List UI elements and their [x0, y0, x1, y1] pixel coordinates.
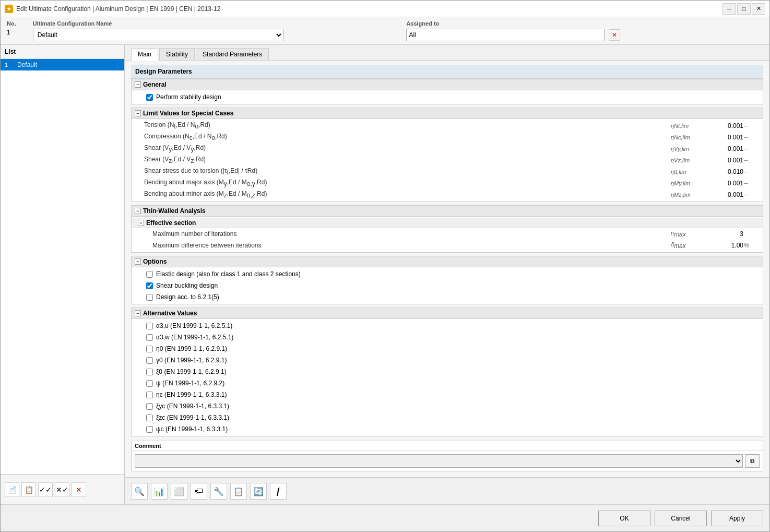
alt-a3w-label: α3,w (EN 1999-1-1, 6.2.5.1): [156, 334, 233, 341]
config-name-select[interactable]: Default: [33, 29, 283, 41]
param-value-input[interactable]: [713, 133, 744, 141]
sidebar-footer: 📄 📋 ✓✓ ✕✓ ✕: [1, 474, 124, 504]
collapse-alt-btn[interactable]: −: [135, 310, 141, 316]
section-thin-walled-label: Thin-Walled Analysis: [143, 207, 206, 215]
param-value-input[interactable]: [713, 241, 744, 250]
toolbar-data-btn[interactable]: 📊: [151, 483, 168, 500]
elastic-design-checkbox[interactable]: [146, 271, 153, 278]
comment-section: Comment ⧉: [131, 441, 763, 471]
no-label: No.: [7, 20, 16, 27]
copy-btn[interactable]: 📋: [21, 482, 36, 497]
cancel-button[interactable]: Cancel: [655, 511, 707, 526]
toolbar-search-btn[interactable]: 🔍: [131, 483, 148, 500]
comment-dropdown[interactable]: [135, 454, 743, 468]
list-item: α3,w (EN 1999-1-1, 6.2.5.1): [132, 332, 763, 343]
param-label: Bending about major axis (My,Ed / Mo,y,R…: [144, 179, 671, 187]
sidebar-header: List: [1, 45, 124, 59]
param-label: Shear stress due to torsion (|τt,Ed| / τ…: [144, 167, 671, 176]
comment-label: Comment: [132, 441, 763, 451]
main-content: List 1 Default 📄 📋 ✓✓ ✕✓ ✕ Main Stabilit…: [1, 45, 769, 504]
tab-main[interactable]: Main: [131, 48, 158, 61]
collapse-thin-btn[interactable]: −: [135, 208, 141, 214]
design-acc-checkbox[interactable]: [146, 294, 153, 301]
maximize-button[interactable]: □: [737, 3, 751, 15]
section-limit-values: − Limit Values for Special Cases Tension…: [131, 108, 763, 202]
alt-gamma0-checkbox[interactable]: [146, 357, 153, 364]
param-value-input[interactable]: [713, 168, 744, 176]
alt-psic-checkbox[interactable]: [146, 426, 153, 433]
check-btn[interactable]: ✓✓: [38, 482, 53, 497]
toolbar-export-btn[interactable]: 📋: [230, 483, 247, 500]
section-alt-values-title: − Alternative Values: [132, 308, 763, 319]
param-value-input[interactable]: [713, 179, 744, 187]
config-name-row: Default: [33, 29, 390, 41]
param-symbol: ηVz,lim: [671, 157, 713, 163]
param-label: Shear (Vy,Ed / Vy,Rd): [144, 144, 671, 153]
param-symbol: ηMz,lim: [671, 192, 713, 198]
alt-eta0-checkbox[interactable]: [146, 346, 153, 352]
uncheck-btn[interactable]: ✕✓: [55, 482, 69, 497]
new-btn[interactable]: 📄: [5, 482, 19, 497]
tabs-bar: Main Stability Standard Parameters: [125, 45, 769, 61]
section-alternative-values: − Alternative Values α3,u (EN 1999-1-1, …: [131, 308, 763, 436]
perform-stability-label: Perform stability design: [156, 93, 221, 101]
option-shear-row: Shear buckling design: [132, 280, 763, 291]
collapse-limit-btn[interactable]: −: [135, 110, 141, 116]
toolbar-history-btn[interactable]: 🔄: [250, 483, 267, 500]
dialog-footer: OK Cancel Apply: [1, 504, 769, 531]
section-general-content: Perform stability design: [132, 90, 763, 104]
alt-xi0-checkbox[interactable]: [146, 369, 153, 375]
alt-a3w-checkbox[interactable]: [146, 334, 153, 341]
window-title: Edit Ultimate Configuration | Aluminum D…: [16, 5, 220, 13]
param-unit: --: [744, 157, 760, 164]
param-unit: --: [744, 180, 760, 187]
tab-standard-parameters[interactable]: Standard Parameters: [196, 48, 269, 60]
assigned-input[interactable]: [406, 29, 605, 41]
config-name-group: Ultimate Configuration Name Default: [33, 20, 390, 41]
assigned-clear-btn[interactable]: ✕: [609, 29, 620, 41]
param-value-input[interactable]: [713, 122, 744, 130]
close-button[interactable]: ✕: [752, 3, 765, 15]
param-value-input[interactable]: [713, 191, 744, 199]
collapse-effective-btn[interactable]: −: [138, 220, 144, 226]
alt-etac-label: ηc (EN 1999-1-1, 6.3.3.1): [156, 391, 227, 398]
collapse-general-btn[interactable]: −: [135, 81, 141, 88]
ok-button[interactable]: OK: [598, 511, 650, 526]
param-symbol: ηtt,lim: [671, 169, 713, 175]
section-thin-walled: − Thin-Walled Analysis − Effective secti…: [131, 205, 763, 253]
shear-buckling-label: Shear buckling design: [156, 282, 218, 289]
alt-xiyc-checkbox[interactable]: [146, 403, 153, 410]
toolbar-view-btn[interactable]: ⬜: [171, 483, 187, 500]
toolbar-tag-btn[interactable]: 🏷: [191, 483, 207, 500]
param-value-input[interactable]: [713, 156, 744, 164]
list-item: ψ (EN 1999-1-1, 6.2.9.2): [132, 377, 763, 389]
minimize-button[interactable]: ─: [722, 3, 736, 15]
list-item: ψc (EN 1999-1-1, 6.3.3.1): [132, 423, 763, 435]
sidebar-item-num: 1: [5, 62, 15, 68]
param-value-input[interactable]: [713, 145, 744, 153]
collapse-options-btn[interactable]: −: [135, 258, 141, 265]
table-row: Tension (Nt,Ed / No,Rd) ηNt,lim --: [132, 120, 763, 132]
param-value-input[interactable]: [713, 230, 744, 238]
toolbar-formula-btn[interactable]: f: [270, 483, 287, 500]
param-symbol: ηNc,lim: [671, 134, 713, 140]
sidebar-item-default[interactable]: 1 Default: [1, 59, 124, 70]
sidebar: List 1 Default 📄 📋 ✓✓ ✕✓ ✕: [1, 45, 125, 504]
delete-btn[interactable]: ✕: [72, 482, 86, 497]
toolbar-settings-btn[interactable]: 🔧: [210, 483, 227, 500]
table-row: Shear stress due to torsion (|τt,Ed| / τ…: [132, 166, 763, 178]
section-limit-values-title: − Limit Values for Special Cases: [132, 108, 763, 119]
alt-psi-checkbox[interactable]: [146, 380, 153, 387]
tab-stability[interactable]: Stability: [159, 48, 195, 60]
alt-xizc-checkbox[interactable]: [146, 415, 153, 421]
comment-copy-btn[interactable]: ⧉: [745, 454, 760, 468]
alt-xi0-label: ξ0 (EN 1999-1-1, 6.2.9.1): [156, 368, 227, 375]
perform-stability-checkbox[interactable]: [146, 94, 153, 101]
effective-section-label: Effective section: [146, 219, 196, 227]
alt-a3u-checkbox[interactable]: [146, 323, 153, 329]
shear-buckling-checkbox[interactable]: [146, 282, 153, 289]
param-unit: --: [744, 145, 760, 152]
alt-etac-checkbox[interactable]: [146, 392, 153, 398]
section-thin-walled-title: − Thin-Walled Analysis: [132, 206, 763, 217]
apply-button[interactable]: Apply: [711, 511, 763, 526]
